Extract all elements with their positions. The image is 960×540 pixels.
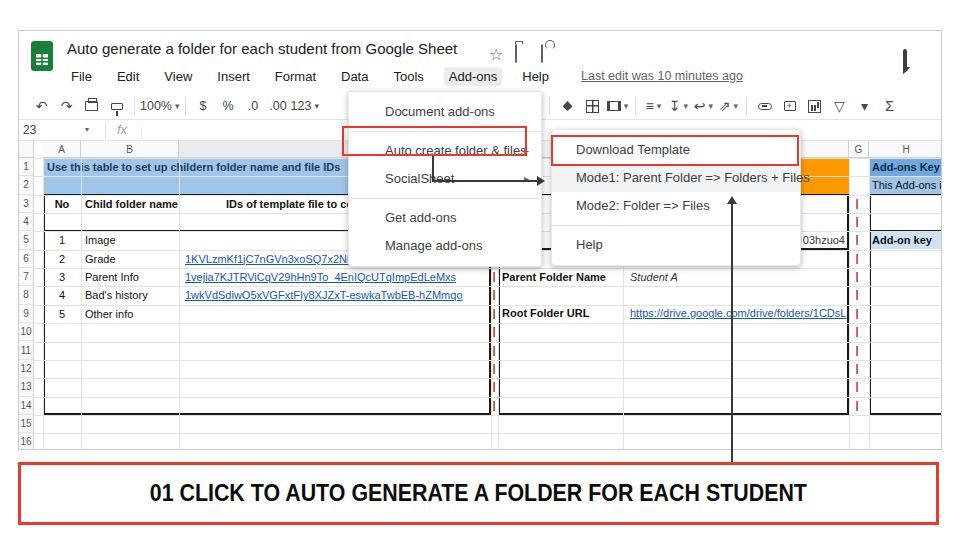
cell-parent-folder-value[interactable]: Student A [630,268,780,286]
cell-no-2[interactable]: 2 [43,250,81,268]
row-header-14[interactable]: 14 [19,397,34,415]
auto-create-submenu: Download TemplateMode1: Parent Folder =>… [551,129,801,266]
move-folder-icon[interactable] [515,45,517,63]
menu-item-download-template[interactable]: Download Template [552,136,800,164]
insert-link-icon[interactable] [752,94,777,118]
row-header-7[interactable]: 7 [19,268,34,286]
last-edit-link[interactable]: Last edit was 10 minutes ago [581,69,743,83]
more-formats-button[interactable]: 123▾ [291,94,319,118]
filter-views-caret[interactable]: ▾ [852,94,877,118]
cell-folder-name-parent-info[interactable]: Parent Info [85,268,179,286]
cell-root-folder-url[interactable]: https://drive.google.com/drive/folders/1… [630,304,849,322]
menubar-item-view[interactable]: View [159,67,197,86]
insert-chart-icon[interactable] [802,94,827,118]
column-header-a[interactable]: A [43,141,81,158]
horizontal-align-icon[interactable]: ≡▾ [641,94,666,118]
print-icon[interactable] [79,94,104,118]
row-header-9[interactable]: 9 [19,305,34,323]
menubar-item-help[interactable]: Help [517,67,554,86]
row-header-4[interactable]: 4 [19,213,34,231]
row-header-16[interactable]: 16 [19,433,34,450]
arrow-vertical-to-banner [731,203,733,462]
pipe-mark: | [853,380,861,392]
paint-format-icon[interactable] [104,94,129,118]
cell-root-folder-label[interactable]: Root Folder URL [502,304,622,322]
decrease-decimal-button[interactable]: .0 [241,94,266,118]
star-icon[interactable]: ☆ [489,45,503,64]
gridline-h [19,433,941,434]
cell-no-5[interactable]: 5 [43,305,81,323]
menu-divider [349,131,541,132]
name-box[interactable]: 23 [23,123,83,137]
menubar-item-file[interactable]: File [66,67,97,86]
fill-color-icon[interactable] [555,94,580,118]
column-header-g[interactable]: G [849,141,869,158]
row-header-3[interactable]: 3 [19,195,34,213]
menu-item-manage-add-ons[interactable]: Manage add-ons [349,232,541,260]
menu-item-help[interactable]: Help [552,231,800,259]
vertical-align-icon[interactable]: ↧▾ [666,94,691,118]
borders-icon[interactable] [580,94,605,118]
undo-icon[interactable]: ↶ [29,94,54,118]
row-header-6[interactable]: 6 [19,250,34,268]
col-header-no[interactable]: No [43,195,81,213]
menubar-item-tools[interactable]: Tools [388,67,428,86]
menubar-item-add-ons[interactable]: Add-ons [444,67,502,86]
cell-template-id-3[interactable]: 1vejia7KJTRViCqV29hHn9To_4EnIQcUTqImpEdL… [185,268,489,286]
cell-folder-name-other-info[interactable]: Other info [85,305,179,323]
menu-item-document-add-ons[interactable]: Document add-ons [349,98,541,126]
col-header-child-folder[interactable]: Child folder name [85,195,179,213]
redo-icon[interactable]: ↷ [54,94,79,118]
row-header-8[interactable]: 8 [19,286,34,304]
menubar-item-format[interactable]: Format [270,67,321,86]
toolbar-right: A▾≡▾↧▾↩▾⇗▾▽▾Σ [519,93,902,119]
cell-h1-addons-key[interactable]: Add-ons Key [869,158,941,176]
comment-history-icon[interactable] [903,51,907,69]
insert-comment-icon[interactable] [777,94,802,118]
filter-icon[interactable]: ▽ [827,94,852,118]
row-header-13[interactable]: 13 [19,378,34,396]
column-header[interactable] [19,141,34,158]
cell-folder-name-image[interactable]: Image [85,231,179,249]
row-header-10[interactable]: 10 [19,323,34,341]
cell-parent-folder-label[interactable]: Parent Folder Name [502,268,622,286]
row-header-11[interactable]: 11 [19,342,34,360]
row-header-2[interactable]: 2 [19,176,34,194]
cell-h5-addon-key[interactable]: Add-on key [870,231,941,249]
row-header-15[interactable]: 15 [19,415,34,433]
pipe-mark: | [853,344,861,356]
text-wrap-icon[interactable]: ↩▾ [691,94,716,118]
functions-icon[interactable]: Σ [877,94,902,118]
name-box-caret-icon[interactable]: ▾ [85,125,89,134]
cell-no-3[interactable]: 3 [43,268,81,286]
merge-cells-icon[interactable]: ▾ [605,94,630,118]
cell-folder-name-grade[interactable]: Grade [85,250,179,268]
menu-item-auto-create-folder-files[interactable]: Auto create folder & files▸ [349,137,541,165]
menu-item-mode2-folder-files[interactable]: Mode2: Folder => Files [552,192,800,220]
menubar-item-data[interactable]: Data [336,67,373,86]
sheets-logo-icon[interactable] [30,40,54,72]
cell-no-1[interactable]: 1 [43,231,81,249]
format-currency-button[interactable]: $ [191,94,216,118]
row-header-1[interactable]: 1 [19,158,34,176]
menu-item-socialsheet[interactable]: SocialSheet▸ [349,165,541,193]
increase-decimal-button[interactable]: .00 [266,94,291,118]
format-percent-button[interactable]: % [216,94,241,118]
pipe-mark: | [490,399,498,411]
cell-template-id-4[interactable]: 1wkVdSdiwO5xVGFxtFIy8XJZxT-eswkaTwbEB-hZ… [185,286,489,304]
cell-no-4[interactable]: 4 [43,286,81,304]
pipe-mark: | [853,325,861,337]
menubar-item-edit[interactable]: Edit [112,67,144,86]
document-title[interactable]: Auto generate a folder for each student … [67,40,457,57]
menu-item-get-add-ons[interactable]: Get add-ons [349,204,541,232]
menubar-item-insert[interactable]: Insert [212,67,255,86]
column-header-b[interactable]: B [81,141,179,158]
column-header-h[interactable]: H [869,141,941,158]
zoom-select[interactable]: 100%▾ [140,94,180,118]
row-header-5[interactable]: 5 [19,231,34,249]
text-rotate-icon[interactable]: ⇗▾ [716,94,741,118]
row-header-12[interactable]: 12 [19,360,34,378]
cell-folder-name-bad-s-history[interactable]: Bad's history [85,286,179,304]
cell-h2-addons-note[interactable]: This Add-ons i [869,176,941,195]
menu-item-mode1-parent-folder-folders-files[interactable]: Mode1: Parent Folder => Folders + Files [552,164,800,192]
